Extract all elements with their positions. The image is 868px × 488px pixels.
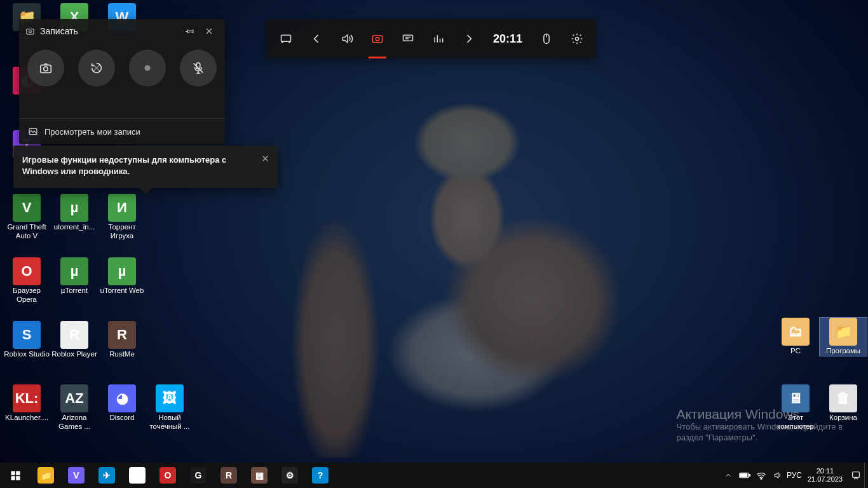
capture-close-button[interactable] [200, 22, 219, 41]
app-icon: 🖼 [156, 384, 184, 412]
mic-toggle-button[interactable] [180, 50, 217, 86]
desktop-icon[interactable]: µ µTorrent [51, 257, 98, 295]
app-icon: R [220, 467, 237, 484]
svg-rect-21 [853, 472, 860, 478]
taskbar-left: 📁V✈◉OGR▦⚙? [0, 463, 336, 488]
taskbar-app-viber[interactable]: V [61, 463, 92, 488]
icon-label: RustMe [109, 350, 135, 359]
capture-header[interactable]: Записать [19, 19, 225, 43]
tray-notifications-icon[interactable] [848, 463, 864, 488]
desktop-icon[interactable]: 🖥 Этот компьютер [772, 384, 819, 431]
screenshot-button[interactable] [27, 50, 64, 86]
app-icon: R [60, 321, 88, 349]
svg-point-9 [44, 67, 48, 71]
app-icon: 🗂 [782, 318, 810, 346]
taskbar-app-game[interactable]: ▦ [244, 463, 275, 488]
gamebar-clock: 20:11 [484, 19, 531, 58]
gamebar-toolbar: 20:11 [267, 19, 596, 58]
gamebar-next-button[interactable] [454, 19, 484, 58]
taskbar-app-operagx[interactable]: G [183, 463, 214, 488]
start-button[interactable] [0, 463, 31, 488]
desktop-icon[interactable]: O Браузер Opera [3, 257, 50, 304]
app-icon: µ [60, 257, 88, 285]
app-icon: 📁 [829, 318, 857, 346]
app-icon: R [108, 321, 136, 349]
taskbar-time: 20:11 [808, 467, 843, 475]
desktop-icon[interactable]: И Торрент Игруха [98, 194, 146, 241]
svg-point-5 [576, 37, 579, 41]
desktop-icon[interactable]: R RustMe [98, 321, 146, 359]
gamebar-prev-button[interactable] [301, 19, 332, 58]
tray-volume-icon[interactable] [770, 463, 786, 488]
app-icon: ⚙ [281, 467, 298, 484]
app-icon: KL: [13, 384, 41, 412]
desktop-icon[interactable]: µ uTorrent Web [98, 257, 146, 295]
gamebar-settings-button[interactable] [562, 19, 592, 58]
app-icon: ▦ [251, 467, 268, 484]
desktop-icon[interactable]: S Roblox Studio [3, 321, 50, 359]
desktop-icon[interactable]: 📁 Програмы [820, 318, 867, 356]
gamebar-xbox-social-button[interactable] [393, 19, 423, 58]
tray-language[interactable]: РУС [786, 463, 803, 488]
tray-expand-icon[interactable] [720, 463, 736, 488]
desktop-icon[interactable]: R Roblox Player [51, 321, 98, 359]
icon-label: Roblox Player [51, 350, 97, 359]
icon-label: KLauncher.... [5, 414, 48, 423]
desktop-icon[interactable]: KL: KLauncher.... [3, 384, 50, 423]
capture-pin-button[interactable] [180, 22, 200, 41]
desktop-icon[interactable]: 🖼 Новый точечный ... [146, 384, 193, 431]
record-button[interactable] [129, 50, 166, 86]
gamebar-widgets-button[interactable] [271, 19, 301, 58]
gamebar-capture-button[interactable] [362, 19, 393, 58]
icon-label: Grand Theft Auto V [3, 223, 50, 241]
tray-battery-icon[interactable] [736, 463, 753, 488]
record-last-button[interactable] [78, 50, 115, 86]
svg-rect-15 [11, 476, 15, 480]
capture-show-recordings-button[interactable]: Просмотреть мои записи [19, 118, 225, 144]
app-icon: O [159, 467, 176, 484]
gallery-icon [28, 126, 38, 137]
icon-label: Discord [110, 414, 135, 423]
desktop-icon[interactable]: AZ Arizona Games ... [51, 384, 98, 431]
capture-header-icon [25, 27, 35, 36]
taskbar-clock[interactable]: 20:11 21.07.2023 [803, 467, 848, 484]
desktop-icon[interactable]: V Grand Theft Auto V [3, 194, 50, 241]
desktop-icon[interactable]: 🗂 РС [772, 318, 819, 356]
tray-wifi-icon[interactable] [753, 463, 770, 488]
svg-rect-16 [16, 476, 20, 480]
desktop-icon[interactable]: ◕ Discord [98, 384, 146, 423]
taskbar-app-help[interactable]: ? [305, 463, 336, 488]
warning-popup: Игровые функции недоступны для компьютер… [13, 146, 278, 188]
svg-rect-14 [16, 471, 20, 475]
taskbar-app-rust[interactable]: R [214, 463, 244, 488]
warning-text: Игровые функции недоступны для компьютер… [22, 154, 252, 177]
icon-label: Roblox Studio [4, 350, 50, 359]
desktop-icon[interactable]: µ utorrent_in... [51, 194, 98, 232]
app-icon: 📁 [37, 467, 54, 484]
show-desktop-button[interactable] [864, 463, 868, 488]
svg-rect-0 [281, 35, 291, 41]
svg-rect-18 [749, 475, 750, 477]
gamebar-audio-button[interactable] [332, 19, 362, 58]
desktop-icon[interactable]: 🗑 Корзина [820, 384, 867, 423]
icon-label: uTorrent Web [100, 287, 144, 295]
app-icon: ? [312, 467, 329, 484]
taskbar-app-explorer[interactable]: 📁 [31, 463, 61, 488]
taskbar-app-telegram[interactable]: ✈ [92, 463, 122, 488]
app-icon: ◉ [129, 467, 146, 484]
gamebar-performance-button[interactable] [423, 19, 454, 58]
capture-body [19, 43, 225, 94]
gamebar-mouse-button[interactable] [531, 19, 562, 58]
taskbar-app-opera[interactable]: O [153, 463, 183, 488]
icon-label: µTorrent [61, 287, 88, 295]
app-icon: 🗑 [829, 384, 857, 412]
warning-close-button[interactable] [256, 149, 274, 167]
capture-widget: Записать Просмотреть мои записи [19, 19, 225, 144]
app-icon: ✈ [98, 467, 115, 484]
svg-point-2 [376, 37, 379, 41]
taskbar-app-settings[interactable]: ⚙ [275, 463, 305, 488]
taskbar-right: РУС 20:11 21.07.2023 [720, 463, 868, 488]
app-icon: G [190, 467, 207, 484]
taskbar-app-chrome[interactable]: ◉ [122, 463, 153, 488]
app-icon: µ [108, 257, 136, 285]
